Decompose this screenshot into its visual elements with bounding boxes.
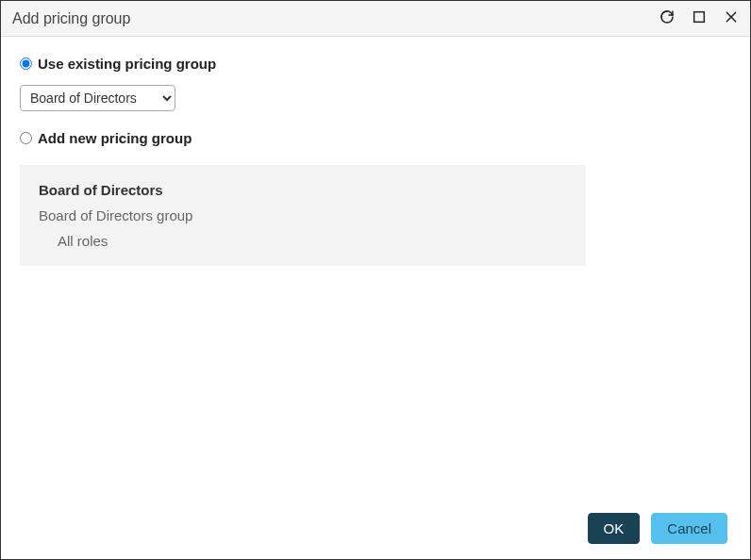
refresh-icon[interactable] <box>659 9 675 28</box>
ok-button[interactable]: OK <box>588 513 641 544</box>
use-existing-radio[interactable] <box>20 58 32 70</box>
window-title: Add pricing group <box>12 10 130 27</box>
pricing-group-select[interactable]: Board of Directors <box>20 85 175 111</box>
add-new-radio[interactable] <box>20 132 32 144</box>
group-details-title: Board of Directors <box>39 182 567 198</box>
maximize-icon[interactable] <box>692 9 707 28</box>
cancel-button[interactable]: Cancel <box>651 513 727 544</box>
group-details-roles: All roles <box>58 233 567 249</box>
window-controls <box>659 9 739 28</box>
dialog-content: Use existing pricing group Board of Dire… <box>1 37 750 498</box>
add-new-row: Add new pricing group <box>20 130 731 146</box>
close-icon[interactable] <box>724 9 739 28</box>
group-details-box: Board of Directors Board of Directors gr… <box>20 165 586 266</box>
pricing-group-select-wrap: Board of Directors <box>20 85 731 111</box>
use-existing-row: Use existing pricing group <box>20 56 731 72</box>
svg-rect-0 <box>694 11 705 22</box>
use-existing-label[interactable]: Use existing pricing group <box>38 56 216 72</box>
titlebar: Add pricing group <box>1 1 750 37</box>
dialog-footer: OK Cancel <box>1 498 750 559</box>
group-details-subtitle: Board of Directors group <box>39 207 567 223</box>
add-new-label[interactable]: Add new pricing group <box>38 130 192 146</box>
